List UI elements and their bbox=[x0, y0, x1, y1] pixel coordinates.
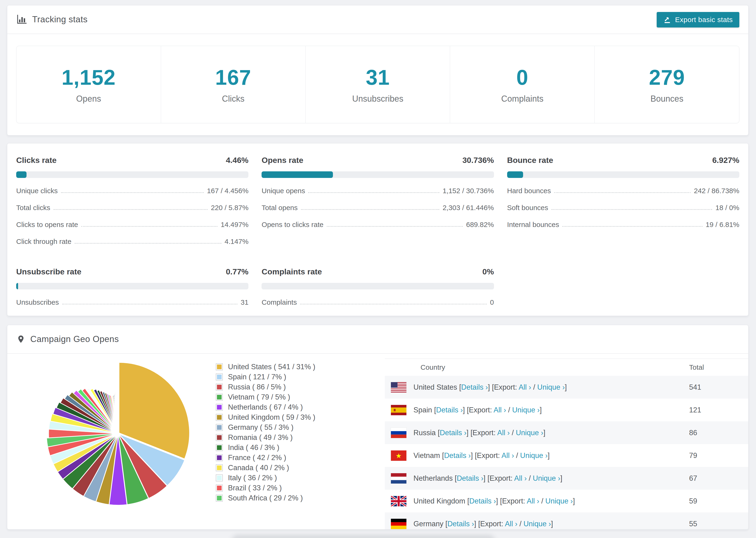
flag-de-icon bbox=[391, 519, 406, 529]
rate-row-value: 242 / 86.738% bbox=[694, 187, 739, 195]
country-name: Russia bbox=[413, 429, 436, 437]
export-all-link[interactable]: All › bbox=[514, 474, 527, 482]
legend-label: Brazil ( 33 / 2% ) bbox=[228, 484, 282, 492]
rate-header: Clicks rate 4.46% bbox=[16, 156, 248, 165]
rate-rows: Unique clicks 167 / 4.456% Total clicks … bbox=[16, 187, 248, 245]
stat-label: Clicks bbox=[222, 94, 244, 104]
legend-swatch bbox=[216, 474, 223, 481]
export-all-link[interactable]: All › bbox=[497, 429, 510, 437]
export-unique-link[interactable]: Unique › bbox=[512, 406, 540, 414]
rate-row: Unique clicks 167 / 4.456% bbox=[16, 187, 248, 195]
details-link[interactable]: Details › bbox=[457, 474, 483, 482]
rate-row-label: Hard bounces bbox=[507, 187, 551, 195]
column-header-total: Total bbox=[689, 363, 743, 371]
country-cell: Vietnam [Details ›] [Export: All › / Uni… bbox=[413, 452, 689, 460]
legend-swatch bbox=[216, 454, 223, 461]
export-unique-link[interactable]: Unique › bbox=[537, 383, 565, 391]
rate-percentage: 6.927% bbox=[712, 156, 739, 165]
legend-swatch bbox=[216, 373, 223, 381]
details-link[interactable]: Details › bbox=[461, 383, 488, 391]
page-bottom-scroll-shadow bbox=[231, 535, 495, 538]
legend-swatch bbox=[216, 394, 223, 401]
rate-row-value: 31 bbox=[241, 298, 248, 306]
rate-progress-fill bbox=[261, 171, 333, 178]
dotted-leader bbox=[562, 226, 702, 227]
rate-row-label: Soft bounces bbox=[507, 204, 548, 212]
export-unique-link[interactable]: Unique › bbox=[516, 429, 543, 437]
export-all-link[interactable]: All › bbox=[527, 497, 539, 505]
dotted-leader bbox=[61, 192, 204, 193]
legend-swatch bbox=[216, 414, 223, 421]
legend-item-romania: Romania ( 49 / 3% ) bbox=[216, 432, 315, 443]
rate-row-value: 220 / 5.87% bbox=[211, 204, 248, 212]
dotted-leader bbox=[308, 192, 439, 193]
flag-vn-icon bbox=[391, 451, 406, 461]
stat-card-opens: 1,152Opens bbox=[17, 46, 161, 123]
total-cell: 67 bbox=[689, 474, 743, 483]
legend-swatch bbox=[216, 363, 223, 370]
country-cell: Netherlands [Details ›] [Export: All › /… bbox=[413, 474, 689, 483]
rate-section-complaints: Complaints rate 0% Complaints 0 bbox=[261, 267, 494, 306]
details-link[interactable]: Details › bbox=[469, 497, 496, 505]
export-unique-link[interactable]: Unique › bbox=[523, 520, 551, 528]
rate-row-label: Unique clicks bbox=[16, 187, 58, 195]
stat-label: Unsubscribes bbox=[352, 94, 404, 104]
details-link[interactable]: Details › bbox=[448, 520, 474, 528]
page-title: Tracking stats bbox=[32, 15, 87, 25]
legend-item-brazil: Brazil ( 33 / 2% ) bbox=[216, 483, 315, 493]
details-link[interactable]: Details › bbox=[444, 452, 471, 459]
rate-progress-track bbox=[261, 171, 494, 178]
export-all-link[interactable]: All › bbox=[519, 383, 531, 391]
rate-percentage: 0.77% bbox=[226, 267, 248, 276]
stat-value: 0 bbox=[516, 66, 528, 90]
tracking-stats-panel: Tracking stats Export basic stats 1,152O… bbox=[7, 5, 748, 135]
table-rows: United States [Details ›] [Export: All ›… bbox=[385, 376, 748, 529]
table-row-russia: Russia [Details ›] [Export: All › / Uniq… bbox=[385, 421, 748, 444]
flag-ru-icon bbox=[391, 428, 406, 438]
rate-row-label: Unsubscribes bbox=[16, 298, 59, 306]
stat-card-unsubscribes: 31Unsubscribes bbox=[306, 46, 450, 123]
rate-header: Bounce rate 6.927% bbox=[507, 156, 739, 165]
geo-opens-pie-chart bbox=[43, 358, 193, 509]
legend-label: Netherlands ( 67 / 4% ) bbox=[228, 403, 303, 411]
stat-card-bounces: 279Bounces bbox=[595, 46, 739, 123]
geo-body: United States ( 541 / 31% )Spain ( 121 /… bbox=[7, 354, 748, 529]
export-unique-link[interactable]: Unique › bbox=[520, 452, 548, 459]
country-name: Germany bbox=[413, 520, 443, 528]
rate-row-label: Internal bounces bbox=[507, 221, 559, 229]
table-row-united-states: United States [Details ›] [Export: All ›… bbox=[385, 376, 748, 399]
export-unique-link[interactable]: Unique › bbox=[533, 474, 560, 482]
stat-label: Complaints bbox=[501, 94, 544, 104]
rate-progress-track bbox=[16, 283, 248, 290]
campaign-stats-page: { "colors": { "accent_teal": "#17899f", … bbox=[0, 0, 756, 538]
flag-nl-icon bbox=[391, 473, 406, 484]
export-all-link[interactable]: All › bbox=[505, 520, 517, 528]
country-name: United States bbox=[413, 383, 457, 391]
rate-row: Unsubscribes 31 bbox=[16, 298, 248, 306]
legend-item-south-africa: South Africa ( 29 / 2% ) bbox=[216, 493, 315, 503]
pie-legend: United States ( 541 / 31% )Spain ( 121 /… bbox=[216, 362, 315, 503]
rate-percentage: 4.46% bbox=[226, 156, 248, 165]
legend-item-italy: Italy ( 36 / 2% ) bbox=[216, 473, 315, 483]
column-header-country: Country bbox=[420, 363, 689, 371]
rate-row-value: 14.497% bbox=[221, 221, 248, 229]
export-basic-stats-button[interactable]: Export basic stats bbox=[657, 12, 739, 27]
details-link[interactable]: Details › bbox=[436, 406, 463, 414]
legend-item-netherlands: Netherlands ( 67 / 4% ) bbox=[216, 402, 315, 412]
legend-item-spain: Spain ( 121 / 7% ) bbox=[216, 372, 315, 382]
rate-rows: Unsubscribes 31 bbox=[16, 298, 248, 306]
export-button-label: Export basic stats bbox=[675, 16, 733, 24]
stat-value: 31 bbox=[366, 66, 390, 90]
table-row-spain: Spain [Details ›] [Export: All › / Uniqu… bbox=[385, 399, 748, 421]
rate-row: Internal bounces 19 / 6.81% bbox=[507, 221, 739, 229]
export-unique-link[interactable]: Unique › bbox=[545, 497, 573, 505]
table-row-germany: Germany [Details ›] [Export: All › / Uni… bbox=[385, 512, 748, 529]
rate-row-label: Total clicks bbox=[16, 204, 50, 212]
bar-chart-icon bbox=[17, 14, 27, 25]
export-all-link[interactable]: All › bbox=[494, 406, 506, 414]
rate-title: Opens rate bbox=[261, 156, 303, 165]
export-all-link[interactable]: All › bbox=[502, 452, 514, 459]
rate-progress-fill bbox=[16, 283, 18, 290]
details-link[interactable]: Details › bbox=[440, 429, 466, 437]
dotted-leader bbox=[300, 304, 487, 304]
